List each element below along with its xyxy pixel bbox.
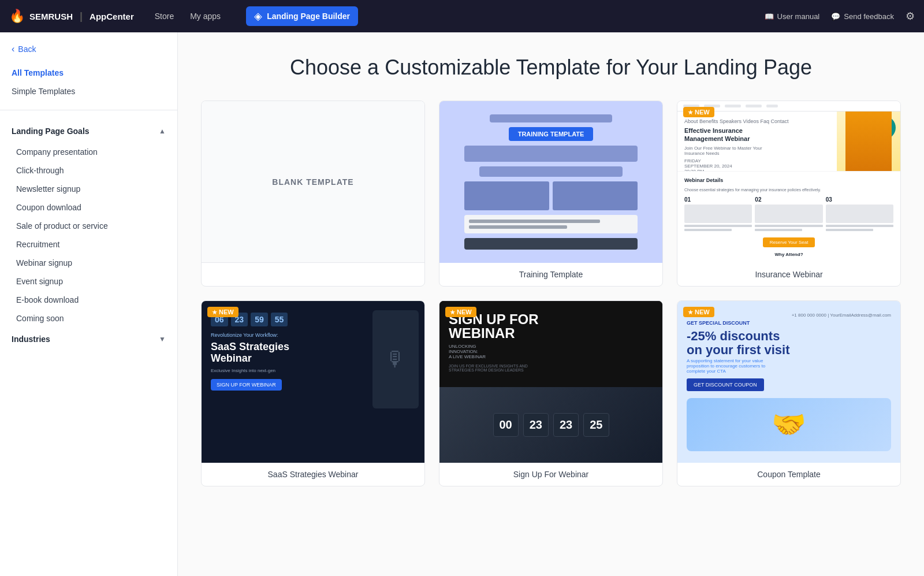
chevron-down-icon: ▼ bbox=[159, 335, 166, 343]
sidebar: ‹ Back All Templates Simple Templates La… bbox=[0, 32, 178, 576]
top-navigation: 🔥 SEMRUSH | AppCenter Store My apps ◈ La… bbox=[0, 0, 924, 32]
coupon-template-label: Coupon Template bbox=[677, 463, 900, 486]
all-templates-label: All Templates bbox=[12, 68, 64, 77]
new-badge-coupon: ★ NEW bbox=[683, 307, 714, 317]
goal-webinar-signup[interactable]: Webinar signup bbox=[0, 254, 177, 272]
signup-counters: 00 23 23 25 bbox=[493, 413, 609, 437]
new-label-coupon: NEW bbox=[695, 309, 710, 315]
select-coupon-button[interactable]: Select bbox=[766, 372, 811, 392]
template-card-signup[interactable]: ★ NEW SIGN UP FORWEBINAR UNLOCKINGINNOVA… bbox=[439, 300, 663, 486]
logo-text: SEMRUSH bbox=[29, 12, 73, 21]
send-feedback-button[interactable]: 💬 Send feedback bbox=[831, 12, 894, 21]
new-badge-signup: ★ NEW bbox=[445, 307, 476, 317]
saas-template-preview: ★ NEW 06 23 59 55 Revolutionize Your Wor… bbox=[202, 301, 424, 463]
signup-template-label: Sign Up For Webinar bbox=[439, 463, 662, 486]
landing-page-goals-title: Landing Page Goals bbox=[12, 127, 90, 136]
training-template-preview: TRAINING TEMPLATE bbox=[439, 101, 662, 263]
new-label-signup: NEW bbox=[457, 309, 472, 315]
landing-page-goals-list: Company presentation Click-through Newsl… bbox=[0, 143, 177, 328]
goal-ebook-download[interactable]: E-book download bbox=[0, 291, 177, 309]
template-card-blank[interactable]: BLANK TEMPLATE Select bbox=[201, 101, 425, 287]
layout: ‹ Back All Templates Simple Templates La… bbox=[0, 32, 924, 576]
new-label: NEW bbox=[695, 109, 710, 116]
select-insurance-button[interactable]: Select bbox=[766, 172, 811, 192]
template-card-coupon[interactable]: ★ NEW +1 800 000 0000 | YourEmailAddress… bbox=[677, 300, 901, 486]
goal-coupon-download[interactable]: Coupon download bbox=[0, 198, 177, 217]
saas-template-label: SaaS Strategies Webinar bbox=[202, 463, 424, 486]
star-icon-signup: ★ bbox=[450, 309, 455, 315]
goal-click-through[interactable]: Click-through bbox=[0, 161, 177, 180]
goal-event-signup[interactable]: Event signup bbox=[0, 272, 177, 291]
app-name: Landing Page Builder bbox=[267, 12, 350, 21]
main-content: Choose a Customizable Template for Your … bbox=[178, 32, 924, 576]
semrush-icon: 🔥 bbox=[9, 9, 25, 24]
goal-coming-soon[interactable]: Coming soon bbox=[0, 309, 177, 328]
new-badge-insurance: ★ NEW bbox=[683, 107, 714, 117]
logo-link[interactable]: 🔥 SEMRUSH | AppCenter bbox=[9, 9, 134, 24]
goal-company-presentation[interactable]: Company presentation bbox=[0, 143, 177, 161]
star-icon: ★ bbox=[688, 109, 693, 116]
sidebar-item-simple-templates[interactable]: Simple Templates bbox=[0, 82, 177, 101]
select-saas-button[interactable]: Select bbox=[290, 372, 336, 392]
back-label: Back bbox=[18, 44, 36, 54]
sidebar-nav-section: All Templates Simple Templates bbox=[0, 64, 177, 110]
appcenter-text: AppCenter bbox=[90, 12, 134, 21]
template-card-insurance[interactable]: ★ NEW bbox=[677, 101, 901, 287]
logo-divider: | bbox=[80, 10, 83, 23]
store-link[interactable]: Store bbox=[148, 8, 181, 24]
send-feedback-label: Send feedback bbox=[844, 12, 894, 21]
industries-toggle[interactable]: Industries ▼ bbox=[0, 328, 177, 351]
new-badge-saas: ★ NEW bbox=[207, 307, 239, 317]
simple-templates-label: Simple Templates bbox=[12, 87, 75, 96]
select-signup-button[interactable]: Select bbox=[528, 372, 573, 392]
select-training-button[interactable]: Select bbox=[528, 172, 573, 192]
back-button[interactable]: ‹ Back bbox=[0, 44, 177, 64]
signup-template-preview: ★ NEW SIGN UP FORWEBINAR UNLOCKINGINNOVA… bbox=[439, 301, 662, 463]
goal-recruitment[interactable]: Recruitment bbox=[0, 235, 177, 254]
back-arrow-icon: ‹ bbox=[12, 44, 14, 54]
chevron-up-icon: ▲ bbox=[159, 127, 166, 135]
app-badge-icon: ◈ bbox=[254, 10, 262, 23]
page-title: Choose a Customizable Template for Your … bbox=[201, 55, 901, 80]
user-manual-button[interactable]: 📖 User manual bbox=[765, 12, 820, 21]
app-badge: ◈ Landing Page Builder bbox=[246, 6, 358, 26]
insurance-template-preview: ★ NEW bbox=[677, 101, 900, 263]
goal-sale-product-service[interactable]: Sale of product or service bbox=[0, 217, 177, 235]
template-card-training[interactable]: TRAINING TEMPLATE bbox=[439, 101, 663, 287]
insurance-template-label: Insurance Webinar bbox=[677, 263, 900, 286]
template-grid: BLANK TEMPLATE Select TRAINING TEMPLATE bbox=[201, 101, 901, 486]
blank-template-card-label bbox=[202, 263, 424, 277]
feedback-icon: 💬 bbox=[831, 12, 840, 21]
sidebar-item-all-templates[interactable]: All Templates bbox=[0, 64, 177, 82]
my-apps-link[interactable]: My apps bbox=[183, 8, 228, 24]
coupon-template-preview: ★ NEW +1 800 000 0000 | YourEmailAddress… bbox=[677, 301, 900, 463]
topnav-right-actions: 📖 User manual 💬 Send feedback ⚙ bbox=[765, 10, 915, 23]
topnav-links: Store My apps bbox=[148, 8, 228, 24]
new-label-saas: NEW bbox=[219, 309, 234, 315]
industries-title: Industries bbox=[12, 335, 50, 344]
settings-button[interactable]: ⚙ bbox=[906, 10, 915, 23]
landing-page-goals-toggle[interactable]: Landing Page Goals ▲ bbox=[0, 120, 177, 143]
select-blank-button[interactable]: Select bbox=[290, 172, 336, 192]
template-card-saas[interactable]: ★ NEW 06 23 59 55 Revolutionize Your Wor… bbox=[201, 300, 425, 486]
book-icon: 📖 bbox=[765, 12, 774, 21]
blank-template-preview: BLANK TEMPLATE Select bbox=[202, 101, 424, 263]
star-icon-saas: ★ bbox=[212, 309, 217, 315]
star-icon-coupon: ★ bbox=[688, 309, 693, 315]
goal-newsletter-signup[interactable]: Newsletter signup bbox=[0, 180, 177, 198]
training-template-label: Training Template bbox=[439, 263, 662, 286]
user-manual-label: User manual bbox=[777, 12, 820, 21]
